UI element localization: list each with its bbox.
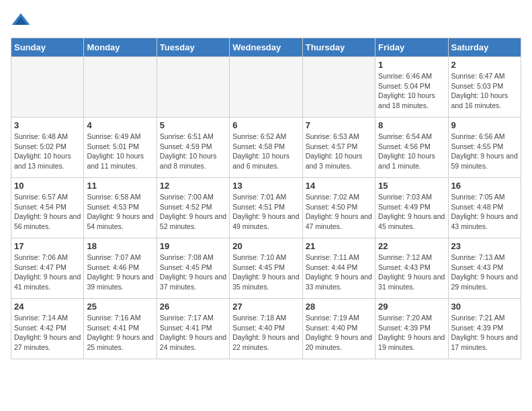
calendar-cell: 3Sunrise: 6:48 AM Sunset: 5:02 PM Daylig… — [11, 118, 84, 178]
day-number: 10 — [14, 181, 81, 191]
calendar-cell: 17Sunrise: 7:06 AM Sunset: 4:47 PM Dayli… — [11, 238, 84, 299]
calendar-week-row: 24Sunrise: 7:14 AM Sunset: 4:42 PM Dayli… — [11, 299, 521, 359]
day-number: 12 — [160, 181, 226, 191]
calendar-header-row: SundayMondayTuesdayWednesdayThursdayFrid… — [11, 38, 521, 57]
calendar-cell — [157, 57, 229, 118]
day-number: 1 — [378, 60, 445, 70]
calendar-cell — [11, 57, 84, 118]
day-info: Sunrise: 7:16 AM Sunset: 4:41 PM Dayligh… — [87, 313, 153, 353]
day-header: Wednesday — [230, 38, 302, 57]
day-info: Sunrise: 6:51 AM Sunset: 4:59 PM Dayligh… — [160, 132, 226, 171]
header — [11, 11, 521, 31]
calendar-cell: 20Sunrise: 7:10 AM Sunset: 4:45 PM Dayli… — [230, 238, 302, 299]
calendar-cell: 16Sunrise: 7:05 AM Sunset: 4:48 PM Dayli… — [448, 178, 521, 238]
day-info: Sunrise: 7:07 AM Sunset: 4:46 PM Dayligh… — [87, 253, 153, 292]
day-info: Sunrise: 7:01 AM Sunset: 4:51 PM Dayligh… — [232, 192, 299, 232]
day-info: Sunrise: 7:06 AM Sunset: 4:47 PM Dayligh… — [14, 253, 81, 292]
calendar-cell: 25Sunrise: 7:16 AM Sunset: 4:41 PM Dayli… — [84, 299, 157, 359]
calendar-cell: 26Sunrise: 7:17 AM Sunset: 4:41 PM Dayli… — [157, 299, 229, 359]
day-info: Sunrise: 7:02 AM Sunset: 4:50 PM Dayligh… — [306, 192, 372, 232]
calendar-cell: 4Sunrise: 6:49 AM Sunset: 5:01 PM Daylig… — [84, 118, 157, 178]
day-info: Sunrise: 6:46 AM Sunset: 5:04 PM Dayligh… — [378, 71, 445, 111]
calendar-cell: 12Sunrise: 7:00 AM Sunset: 4:52 PM Dayli… — [157, 178, 229, 238]
calendar-cell: 13Sunrise: 7:01 AM Sunset: 4:51 PM Dayli… — [230, 178, 302, 238]
day-number: 2 — [451, 60, 518, 70]
day-info: Sunrise: 7:17 AM Sunset: 4:41 PM Dayligh… — [160, 313, 226, 353]
day-info: Sunrise: 7:19 AM Sunset: 4:40 PM Dayligh… — [306, 313, 372, 353]
day-info: Sunrise: 7:14 AM Sunset: 4:42 PM Dayligh… — [14, 313, 81, 353]
day-info: Sunrise: 6:57 AM Sunset: 4:54 PM Dayligh… — [14, 192, 81, 232]
calendar-week-row: 1Sunrise: 6:46 AM Sunset: 5:04 PM Daylig… — [11, 57, 521, 118]
day-number: 20 — [232, 241, 299, 251]
calendar-cell: 30Sunrise: 7:21 AM Sunset: 4:39 PM Dayli… — [448, 299, 521, 359]
day-info: Sunrise: 6:52 AM Sunset: 4:58 PM Dayligh… — [232, 132, 299, 171]
day-info: Sunrise: 6:54 AM Sunset: 4:56 PM Dayligh… — [378, 132, 445, 171]
day-info: Sunrise: 7:11 AM Sunset: 4:44 PM Dayligh… — [306, 253, 372, 292]
day-number: 11 — [87, 181, 153, 191]
day-number: 17 — [14, 241, 81, 251]
calendar-cell: 28Sunrise: 7:19 AM Sunset: 4:40 PM Dayli… — [302, 299, 375, 359]
day-number: 28 — [306, 302, 372, 312]
calendar-cell: 8Sunrise: 6:54 AM Sunset: 4:56 PM Daylig… — [375, 118, 448, 178]
calendar-cell: 11Sunrise: 6:58 AM Sunset: 4:53 PM Dayli… — [84, 178, 157, 238]
day-number: 30 — [451, 302, 518, 312]
day-number: 25 — [87, 302, 153, 312]
day-info: Sunrise: 7:18 AM Sunset: 4:40 PM Dayligh… — [232, 313, 299, 353]
calendar-cell: 6Sunrise: 6:52 AM Sunset: 4:58 PM Daylig… — [230, 118, 302, 178]
day-number: 4 — [87, 120, 153, 130]
day-number: 22 — [378, 241, 445, 251]
day-header: Saturday — [448, 38, 521, 57]
day-info: Sunrise: 7:08 AM Sunset: 4:45 PM Dayligh… — [160, 253, 226, 292]
calendar-cell: 9Sunrise: 6:56 AM Sunset: 4:55 PM Daylig… — [448, 118, 521, 178]
day-number: 15 — [378, 181, 445, 191]
day-number: 5 — [160, 120, 226, 130]
day-header: Friday — [375, 38, 448, 57]
day-number: 7 — [306, 120, 372, 130]
day-number: 18 — [87, 241, 153, 251]
day-number: 8 — [378, 120, 445, 130]
day-info: Sunrise: 7:03 AM Sunset: 4:49 PM Dayligh… — [378, 192, 445, 232]
calendar-cell: 10Sunrise: 6:57 AM Sunset: 4:54 PM Dayli… — [11, 178, 84, 238]
day-info: Sunrise: 6:56 AM Sunset: 4:55 PM Dayligh… — [451, 132, 518, 171]
calendar-cell: 27Sunrise: 7:18 AM Sunset: 4:40 PM Dayli… — [230, 299, 302, 359]
calendar-cell: 18Sunrise: 7:07 AM Sunset: 4:46 PM Dayli… — [84, 238, 157, 299]
calendar-cell: 15Sunrise: 7:03 AM Sunset: 4:49 PM Dayli… — [375, 178, 448, 238]
calendar-cell: 1Sunrise: 6:46 AM Sunset: 5:04 PM Daylig… — [375, 57, 448, 118]
calendar-week-row: 3Sunrise: 6:48 AM Sunset: 5:02 PM Daylig… — [11, 118, 521, 178]
day-header: Sunday — [11, 38, 84, 57]
day-number: 3 — [14, 120, 81, 130]
day-number: 13 — [232, 181, 299, 191]
day-number: 27 — [232, 302, 299, 312]
calendar-cell — [230, 57, 302, 118]
calendar-cell: 22Sunrise: 7:12 AM Sunset: 4:43 PM Dayli… — [375, 238, 448, 299]
day-number: 21 — [306, 241, 372, 251]
day-number: 26 — [160, 302, 226, 312]
day-info: Sunrise: 7:20 AM Sunset: 4:39 PM Dayligh… — [378, 313, 445, 353]
calendar-cell: 2Sunrise: 6:47 AM Sunset: 5:03 PM Daylig… — [448, 57, 521, 118]
day-number: 29 — [378, 302, 445, 312]
day-info: Sunrise: 6:53 AM Sunset: 4:57 PM Dayligh… — [306, 132, 372, 171]
calendar-cell: 19Sunrise: 7:08 AM Sunset: 4:45 PM Dayli… — [157, 238, 229, 299]
calendar-cell: 24Sunrise: 7:14 AM Sunset: 4:42 PM Dayli… — [11, 299, 84, 359]
calendar-cell: 7Sunrise: 6:53 AM Sunset: 4:57 PM Daylig… — [302, 118, 375, 178]
day-info: Sunrise: 7:21 AM Sunset: 4:39 PM Dayligh… — [451, 313, 518, 353]
calendar-cell: 29Sunrise: 7:20 AM Sunset: 4:39 PM Dayli… — [375, 299, 448, 359]
day-info: Sunrise: 6:58 AM Sunset: 4:53 PM Dayligh… — [87, 192, 153, 232]
calendar-table: SundayMondayTuesdayWednesdayThursdayFrid… — [11, 38, 521, 359]
calendar-cell — [302, 57, 375, 118]
calendar-cell — [84, 57, 157, 118]
day-info: Sunrise: 6:47 AM Sunset: 5:03 PM Dayligh… — [451, 71, 518, 111]
logo — [11, 11, 34, 31]
day-header: Monday — [84, 38, 157, 57]
calendar-week-row: 17Sunrise: 7:06 AM Sunset: 4:47 PM Dayli… — [11, 238, 521, 299]
day-info: Sunrise: 6:49 AM Sunset: 5:01 PM Dayligh… — [87, 132, 153, 171]
calendar-cell: 21Sunrise: 7:11 AM Sunset: 4:44 PM Dayli… — [302, 238, 375, 299]
calendar-cell: 23Sunrise: 7:13 AM Sunset: 4:43 PM Dayli… — [448, 238, 521, 299]
day-header: Tuesday — [157, 38, 229, 57]
day-info: Sunrise: 7:05 AM Sunset: 4:48 PM Dayligh… — [451, 192, 518, 232]
day-number: 16 — [451, 181, 518, 191]
day-number: 6 — [232, 120, 299, 130]
calendar-cell: 5Sunrise: 6:51 AM Sunset: 4:59 PM Daylig… — [157, 118, 229, 178]
day-info: Sunrise: 7:00 AM Sunset: 4:52 PM Dayligh… — [160, 192, 226, 232]
day-info: Sunrise: 7:10 AM Sunset: 4:45 PM Dayligh… — [232, 253, 299, 292]
